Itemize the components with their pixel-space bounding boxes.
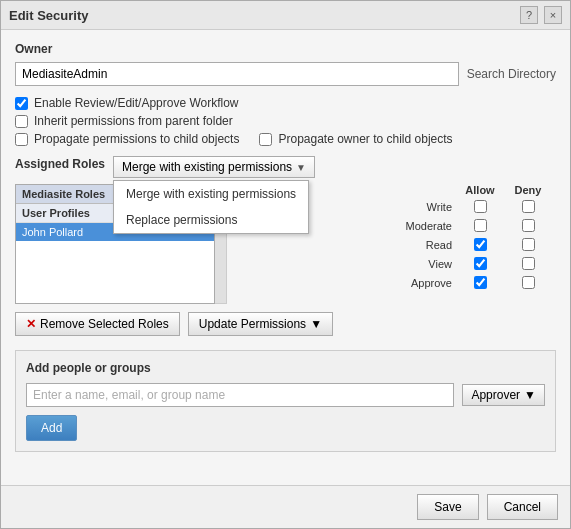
perm-row-read: Read <box>237 238 556 251</box>
perm-moderate-allow-checkbox[interactable] <box>474 219 487 232</box>
perm-row-approve: Approve <box>237 276 556 289</box>
perm-read-deny <box>508 238 548 251</box>
inherit-permissions-checkbox[interactable] <box>15 115 28 128</box>
perm-read-allow-checkbox[interactable] <box>474 238 487 251</box>
update-permissions-wrapper: Update Permissions ▼ <box>188 312 333 336</box>
perm-approve-deny <box>508 276 548 289</box>
permissions-dropdown-label: Merge with existing permissions <box>122 160 292 174</box>
propagate-permissions-pair: Propagate permissions to child objects <box>15 132 239 146</box>
perm-read-deny-checkbox[interactable] <box>522 238 535 251</box>
update-permissions-button[interactable]: Update Permissions ▼ <box>188 312 333 336</box>
cancel-button[interactable]: Cancel <box>487 494 558 520</box>
remove-btn-label: Remove Selected Roles <box>40 317 169 331</box>
perm-write-label: Write <box>402 201 452 213</box>
approver-arrow-icon: ▼ <box>524 388 536 402</box>
perm-moderate-deny <box>508 219 548 232</box>
dropdown-arrow-icon: ▼ <box>296 162 306 173</box>
title-bar-buttons: ? × <box>520 6 562 24</box>
owner-label: Owner <box>15 42 556 56</box>
action-row: ✕ Remove Selected Roles Update Permissio… <box>15 312 556 336</box>
add-people-input[interactable] <box>26 383 454 407</box>
perm-moderate-label: Moderate <box>402 220 452 232</box>
dialog-title: Edit Security <box>9 8 88 23</box>
perm-approve-deny-checkbox[interactable] <box>522 276 535 289</box>
dialog-content: Owner Search Directory Enable Review/Edi… <box>1 30 570 485</box>
approver-dropdown-button[interactable]: Approver ▼ <box>462 384 545 406</box>
add-people-row: Approver ▼ <box>26 383 545 407</box>
owner-row: Search Directory <box>15 62 556 86</box>
perm-approve-allow <box>460 276 500 289</box>
dropdown-option-replace[interactable]: Replace permissions <box>114 207 308 233</box>
update-dropdown-arrow-icon: ▼ <box>310 317 322 331</box>
title-bar: Edit Security ? × <box>1 1 570 30</box>
add-people-section: Add people or groups Approver ▼ Add <box>15 350 556 452</box>
perm-approve-allow-checkbox[interactable] <box>474 276 487 289</box>
add-people-label: Add people or groups <box>26 361 545 375</box>
assigned-roles-header: Assigned Roles Merge with existing permi… <box>15 156 556 178</box>
inherit-permissions-row: Inherit permissions from parent folder <box>15 114 556 128</box>
assigned-roles-label: Assigned Roles <box>15 157 105 171</box>
perm-write-deny <box>508 200 548 213</box>
save-button[interactable]: Save <box>417 494 478 520</box>
perm-approve-label: Approve <box>402 277 452 289</box>
propagate-permissions-checkbox[interactable] <box>15 133 28 146</box>
propagate-permissions-label: Propagate permissions to child objects <box>34 132 239 146</box>
perm-write-allow <box>460 200 500 213</box>
enable-review-label: Enable Review/Edit/Approve Workflow <box>34 96 239 110</box>
deny-header: Deny <box>508 184 548 196</box>
close-button[interactable]: × <box>544 6 562 24</box>
propagate-owner-label: Propagate owner to child objects <box>278 132 452 146</box>
perm-view-deny <box>508 257 548 270</box>
perm-view-allow <box>460 257 500 270</box>
allow-header: Allow <box>460 184 500 196</box>
perm-write-deny-checkbox[interactable] <box>522 200 535 213</box>
permissions-dropdown-wrapper: Merge with existing permissions ▼ Merge … <box>113 156 315 178</box>
owner-input[interactable] <box>15 62 459 86</box>
add-button[interactable]: Add <box>26 415 77 441</box>
perm-view-allow-checkbox[interactable] <box>474 257 487 270</box>
propagate-row: Propagate permissions to child objects P… <box>15 132 556 146</box>
dialog-footer: Save Cancel <box>1 485 570 528</box>
permissions-dropdown-btn[interactable]: Merge with existing permissions ▼ <box>113 156 315 178</box>
dropdown-option-merge[interactable]: Merge with existing permissions <box>114 181 308 207</box>
perm-read-label: Read <box>402 239 452 251</box>
propagate-owner-pair: Propagate owner to child objects <box>259 132 452 146</box>
perm-row-view: View <box>237 257 556 270</box>
remove-selected-roles-button[interactable]: ✕ Remove Selected Roles <box>15 312 180 336</box>
permissions-dropdown-menu: Merge with existing permissions Replace … <box>113 180 309 234</box>
perm-write-allow-checkbox[interactable] <box>474 200 487 213</box>
perm-moderate-deny-checkbox[interactable] <box>522 219 535 232</box>
approver-label: Approver <box>471 388 520 402</box>
perm-view-label: View <box>402 258 452 270</box>
remove-icon: ✕ <box>26 317 36 331</box>
edit-security-dialog: Edit Security ? × Owner Search Directory… <box>0 0 571 529</box>
perm-moderate-allow <box>460 219 500 232</box>
enable-review-row: Enable Review/Edit/Approve Workflow <box>15 96 556 110</box>
role-dropdown-wrapper: Approver ▼ <box>462 384 545 406</box>
inherit-permissions-label: Inherit permissions from parent folder <box>34 114 233 128</box>
perm-read-allow <box>460 238 500 251</box>
update-btn-label: Update Permissions <box>199 317 306 331</box>
enable-review-checkbox[interactable] <box>15 97 28 110</box>
search-directory-link[interactable]: Search Directory <box>467 67 556 81</box>
perm-view-deny-checkbox[interactable] <box>522 257 535 270</box>
help-button[interactable]: ? <box>520 6 538 24</box>
propagate-owner-checkbox[interactable] <box>259 133 272 146</box>
